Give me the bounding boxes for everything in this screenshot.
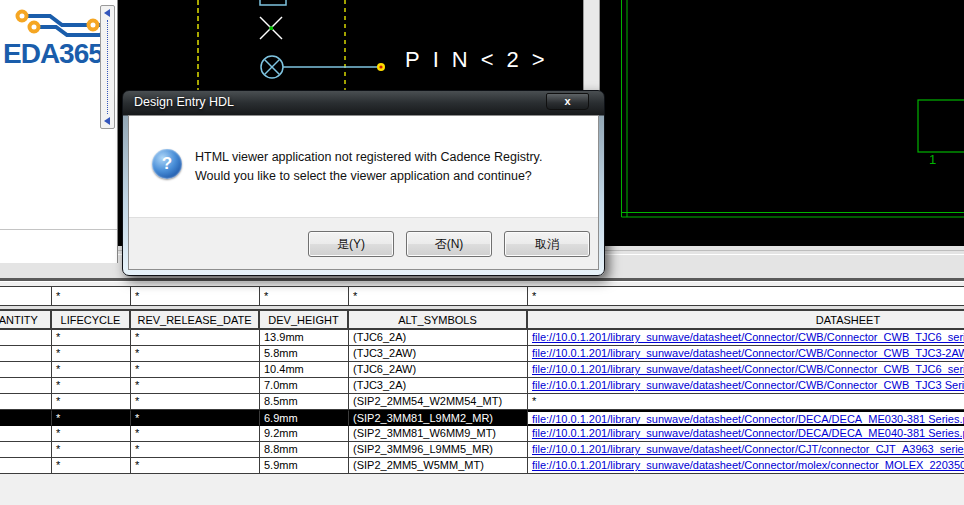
cell-quantity xyxy=(0,346,52,362)
cell-dev_height[interactable]: * xyxy=(260,286,349,306)
table-row[interactable]: **7.0mm(TJC3_2A)file://10.0.1.201/librar… xyxy=(0,378,964,394)
scrollbar-track xyxy=(107,20,108,114)
cell-dev_height: 9.2mm xyxy=(260,426,349,442)
column-header-datasheet[interactable]: DATASHEET xyxy=(528,309,964,330)
cell-lifecycle: * xyxy=(52,362,131,378)
cell-datasheet: file://10.0.1.201/library_sunwave/datash… xyxy=(528,330,964,346)
datasheet-link[interactable]: file://10.0.1.201/library_sunwave/datash… xyxy=(532,459,964,471)
cell-lifecycle: * xyxy=(52,378,131,394)
cell-datasheet: file://10.0.1.201/library_sunwave/datash… xyxy=(528,362,964,378)
lamp-symbol xyxy=(261,56,385,78)
pcb-graphics: 1 xyxy=(600,0,964,246)
datasheet-link[interactable]: file://10.0.1.201/library_sunwave/datash… xyxy=(532,363,964,375)
cell-quantity xyxy=(0,442,52,458)
datasheet-link[interactable]: file://10.0.1.201/library_sunwave/datash… xyxy=(532,443,964,455)
scroll-arrow-top-icon[interactable] xyxy=(104,9,110,17)
cell-rev_release_date: * xyxy=(131,442,260,458)
cell-alt_symbols: (SIP2_2MM5_W5MM_MT) xyxy=(349,458,528,474)
design-entry-hdl-dialog: Design Entry HDL x ? HTML viewer applica… xyxy=(122,90,605,276)
table-row[interactable]: **9.2mm(SIP2_3MM81_W6MM9_MT)file://10.0.… xyxy=(0,426,964,442)
cell-quantity xyxy=(0,410,52,426)
cell-quantity xyxy=(0,362,52,378)
table-row[interactable]: **5.9mm(SIP2_2MM5_W5MM_MT)file://10.0.1.… xyxy=(0,458,964,474)
column-header-alt_symbols[interactable]: ALT_SYMBOLS xyxy=(349,309,528,330)
cell-quantity[interactable] xyxy=(0,286,52,306)
scroll-arrow-bottom-icon[interactable] xyxy=(104,117,110,125)
cell-datasheet: file://10.0.1.201/library_sunwave/datash… xyxy=(528,458,964,474)
pcb-component-outline xyxy=(918,100,964,152)
cell-datasheet: file://10.0.1.201/library_sunwave/datash… xyxy=(528,410,964,426)
cell-alt_symbols: (SIP2_3MM81_W6MM9_MT) xyxy=(349,426,528,442)
datasheet-link[interactable]: file://10.0.1.201/library_sunwave/datash… xyxy=(532,427,964,439)
yes-button[interactable]: 是(Y) xyxy=(308,231,394,257)
column-header-dev_height[interactable]: DEV_HEIGHT xyxy=(260,309,349,330)
logo-wordmark: EDA365 xyxy=(3,38,103,70)
cell-alt_symbols: (TJC6_2A) xyxy=(349,330,528,346)
dialog-message-area: ? HTML viewer application not registered… xyxy=(129,116,598,217)
cell-quantity xyxy=(0,458,52,474)
dialog-title: Design Entry HDL xyxy=(134,95,234,109)
cell-datasheet[interactable]: * xyxy=(528,286,964,306)
cell-datasheet: file://10.0.1.201/library_sunwave/datash… xyxy=(528,442,964,458)
cell-quantity xyxy=(0,330,52,346)
attribute-table: *****QUANTITYLIFECYCLEREV_RELEASE_DATEDE… xyxy=(0,286,964,474)
datasheet-link[interactable]: file://10.0.1.201/library_sunwave/datash… xyxy=(532,413,964,425)
cell-datasheet: * xyxy=(528,394,964,410)
cell-datasheet: file://10.0.1.201/library_sunwave/datash… xyxy=(528,346,964,362)
cell-quantity xyxy=(0,394,52,410)
panel-divider xyxy=(0,229,117,230)
cell-lifecycle: * xyxy=(52,346,131,362)
column-header-quantity[interactable]: QUANTITY xyxy=(0,309,52,330)
column-header-lifecycle[interactable]: LIFECYCLE xyxy=(52,309,131,330)
cell-lifecycle: * xyxy=(52,330,131,346)
table-row[interactable]: **10.4mm(TJC6_2AW)file://10.0.1.201/libr… xyxy=(0,362,964,378)
pcb-ref-designator: 1 xyxy=(929,152,936,167)
close-icon[interactable]: x xyxy=(546,93,589,110)
application-window: PIN<2> 1 EDA365 xyxy=(0,0,964,505)
cell-dev_height: 10.4mm xyxy=(260,362,349,378)
cell-rev_release_date: * xyxy=(131,394,260,410)
no-button[interactable]: 否(N) xyxy=(406,231,492,257)
table-row[interactable]: **8.5mm(SIP2_2MM54_W2MM54_MT)* xyxy=(0,394,964,410)
table-row[interactable]: **6.9mm(SIP2_3MM81_L9MM2_MR)file://10.0.… xyxy=(0,410,964,426)
cell-quantity xyxy=(0,378,52,394)
cell-lifecycle: * xyxy=(52,442,131,458)
cell-dev_height: 6.9mm xyxy=(260,410,349,426)
cell-rev_release_date[interactable]: * xyxy=(131,286,260,306)
left-panel: EDA365 xyxy=(0,0,118,263)
cell-quantity xyxy=(0,426,52,442)
cell-alt_symbols[interactable]: * xyxy=(349,286,528,306)
datasheet-link[interactable]: file://10.0.1.201/library_sunwave/datash… xyxy=(532,347,964,359)
dialog-body: ? HTML viewer application not registered… xyxy=(128,115,599,270)
dialog-footer: 是(Y) 否(N) 取消 xyxy=(129,217,598,269)
cell-lifecycle[interactable]: * xyxy=(52,286,131,306)
cell-alt_symbols: (TJC6_2AW) xyxy=(349,362,528,378)
cell-dev_height: 13.9mm xyxy=(260,330,349,346)
pin-net-label: PIN<2> xyxy=(405,47,558,73)
cell-alt_symbols: (TJC3_2A) xyxy=(349,378,528,394)
cell-datasheet: file://10.0.1.201/library_sunwave/datash… xyxy=(528,378,964,394)
dialog-message-line2: Would you like to select the viewer appl… xyxy=(195,169,532,183)
cell-rev_release_date: * xyxy=(131,410,260,426)
table-row[interactable]: **13.9mm(TJC6_2A)file://10.0.1.201/libra… xyxy=(0,330,964,346)
mini-scrollbar[interactable] xyxy=(100,5,115,129)
cell-lifecycle: * xyxy=(52,394,131,410)
datasheet-link[interactable]: file://10.0.1.201/library_sunwave/datash… xyxy=(532,331,964,343)
cell-dev_height: 5.9mm xyxy=(260,458,349,474)
cell-dev_height: 5.8mm xyxy=(260,346,349,362)
filter-row[interactable]: ***** xyxy=(0,286,964,306)
column-header-rev_release_date[interactable]: REV_RELEASE_DATE xyxy=(131,309,260,330)
cell-alt_symbols: (SIP2_3MM81_L9MM2_MR) xyxy=(349,410,528,426)
pcb-canvas[interactable]: 1 xyxy=(600,0,964,246)
table-row[interactable]: **8.8mm(SIP2_3MM96_L9MM5_MR)file://10.0.… xyxy=(0,442,964,458)
cell-rev_release_date: * xyxy=(131,330,260,346)
cell-alt_symbols: (SIP2_3MM96_L9MM5_MR) xyxy=(349,442,528,458)
cancel-button[interactable]: 取消 xyxy=(504,231,590,257)
dialog-message-line1: HTML viewer application not registered w… xyxy=(195,150,542,164)
no-connect-x-symbol xyxy=(260,17,282,39)
table-row[interactable]: **5.8mm(TJC3_2AW)file://10.0.1.201/libra… xyxy=(0,346,964,362)
cell-dev_height: 7.0mm xyxy=(260,378,349,394)
cell-lifecycle: * xyxy=(52,458,131,474)
datasheet-link[interactable]: file://10.0.1.201/library_sunwave/datash… xyxy=(532,379,964,391)
cell-dev_height: 8.8mm xyxy=(260,442,349,458)
